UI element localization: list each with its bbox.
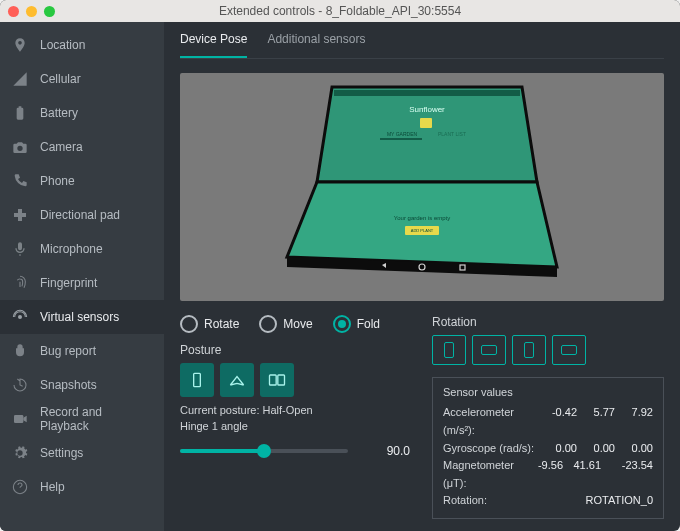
sidebar-item-label: Directional pad — [40, 208, 120, 222]
sensor-value: -0.42 — [539, 404, 577, 422]
posture-closed-button[interactable] — [180, 363, 214, 397]
sensor-row-gyroscope: Gyroscope (rad/s): 0.00 0.00 0.00 — [443, 440, 653, 458]
phone-icon — [12, 173, 28, 189]
tabs: Device Pose Additional sensors — [180, 22, 664, 59]
posture-open-button[interactable] — [260, 363, 294, 397]
svg-rect-14 — [194, 374, 201, 387]
radio-icon — [180, 315, 198, 333]
body: Location Cellular Battery Camera Phone D… — [0, 22, 680, 531]
preview-empty-text: Your garden is empty — [394, 215, 450, 221]
radio-icon — [259, 315, 277, 333]
posture-half-open-icon — [227, 370, 247, 390]
sensor-label: Gyroscope (rad/s): — [443, 440, 539, 458]
rotation-landscape-reverse-button[interactable] — [552, 335, 586, 365]
sidebar-item-location[interactable]: Location — [0, 28, 164, 62]
sidebar-item-phone[interactable]: Phone — [0, 164, 164, 198]
sidebar-item-label: Record and Playback — [40, 405, 152, 433]
preview-tab-a: MY GARDEN — [387, 131, 418, 137]
record-icon — [12, 411, 28, 427]
current-posture-text: Current posture: Half-Open Hinge 1 angle — [180, 403, 410, 434]
sidebar-item-settings[interactable]: Settings — [0, 436, 164, 470]
hinge-angle-value: 90.0 — [358, 444, 410, 458]
sensor-value: 7.92 — [615, 404, 653, 422]
sidebar-item-record-and-playback[interactable]: Record and Playback — [0, 402, 164, 436]
sensor-value: 41.61 — [563, 457, 601, 475]
sidebar-item-help[interactable]: Help — [0, 470, 164, 504]
sensor-value: -9.56 — [525, 457, 563, 475]
device-preview[interactable]: Sunflower MY GARDEN PLANT LIST Your ga — [180, 73, 664, 301]
mode-fold[interactable]: Fold — [333, 315, 380, 333]
rotation-label: Rotation — [432, 315, 664, 329]
sidebar-item-label: Fingerprint — [40, 276, 97, 290]
sensor-value: 0.00 — [539, 440, 577, 458]
posture-open-icon — [267, 370, 287, 390]
svg-marker-4 — [334, 90, 520, 96]
posture-half-open-button[interactable] — [220, 363, 254, 397]
svg-rect-5 — [420, 118, 432, 128]
radio-icon — [333, 315, 351, 333]
bug-icon — [12, 343, 28, 359]
posture-closed-icon — [187, 370, 207, 390]
rotation-portrait-button[interactable] — [432, 335, 466, 365]
sidebar-item-label: Virtual sensors — [40, 310, 119, 324]
rotation-portrait-reverse-button[interactable] — [512, 335, 546, 365]
sidebar-item-camera[interactable]: Camera — [0, 130, 164, 164]
sidebar-item-label: Settings — [40, 446, 83, 460]
sidebar-item-bug-report[interactable]: Bug report — [0, 334, 164, 368]
hinge-angle-slider[interactable] — [180, 449, 348, 453]
titlebar: Extended controls - 8_Foldable_API_30:55… — [0, 0, 680, 22]
sidebar-item-label: Bug report — [40, 344, 96, 358]
svg-marker-3 — [317, 87, 537, 182]
hinge-label: Hinge 1 angle — [180, 420, 248, 432]
camera-icon — [12, 139, 28, 155]
posture-buttons — [180, 363, 410, 397]
sidebar-item-label: Location — [40, 38, 85, 52]
sensor-value: 0.00 — [577, 440, 615, 458]
svg-rect-15 — [270, 375, 277, 385]
pose-controls: Rotate Move Fold Posture — [180, 315, 410, 458]
sidebar-item-label: Snapshots — [40, 378, 97, 392]
sidebar-item-label: Camera — [40, 140, 83, 154]
sidebar-item-label: Help — [40, 480, 65, 494]
mode-selector: Rotate Move Fold — [180, 315, 410, 333]
sidebar-item-battery[interactable]: Battery — [0, 96, 164, 130]
sidebar-item-microphone[interactable]: Microphone — [0, 232, 164, 266]
mode-label: Fold — [357, 317, 380, 331]
sidebar-item-label: Phone — [40, 174, 75, 188]
sensor-row-magnetometer: Magnetometer (μT): -9.56 41.61 -23.54 — [443, 457, 653, 492]
mode-rotate[interactable]: Rotate — [180, 315, 239, 333]
sensor-label: Accelerometer (m/s²): — [443, 404, 539, 439]
svg-point-0 — [18, 315, 22, 319]
main-panel: Device Pose Additional sensors Sunflower… — [164, 22, 680, 531]
mode-label: Rotate — [204, 317, 239, 331]
rotation-and-sensors: Rotation Sensor values Accelerometer (m/… — [432, 315, 664, 519]
portrait-icon — [444, 342, 454, 358]
mode-move[interactable]: Move — [259, 315, 312, 333]
fingerprint-icon — [12, 275, 28, 291]
history-icon — [12, 377, 28, 393]
sidebar-item-fingerprint[interactable]: Fingerprint — [0, 266, 164, 300]
hinge-slider-row: 90.0 — [180, 444, 410, 458]
sensor-values-title: Sensor values — [443, 386, 653, 398]
sensor-value: ROTATION_0 — [586, 492, 653, 510]
sidebar-item-cellular[interactable]: Cellular — [0, 62, 164, 96]
microphone-icon — [12, 241, 28, 257]
sidebar-item-virtual-sensors[interactable]: Virtual sensors — [0, 300, 164, 334]
sidebar-item-snapshots[interactable]: Snapshots — [0, 368, 164, 402]
landscape-icon — [561, 345, 577, 355]
sensor-value: 5.77 — [577, 404, 615, 422]
signal-icon — [12, 71, 28, 87]
tab-device-pose[interactable]: Device Pose — [180, 22, 247, 58]
sidebar-item-directional-pad[interactable]: Directional pad — [0, 198, 164, 232]
sensor-values-box: Sensor values Accelerometer (m/s²): -0.4… — [432, 377, 664, 519]
tab-additional-sensors[interactable]: Additional sensors — [267, 22, 365, 58]
rotation-landscape-button[interactable] — [472, 335, 506, 365]
sensor-label: Magnetometer (μT): — [443, 457, 525, 492]
svg-rect-1 — [14, 415, 23, 423]
svg-marker-8 — [287, 182, 557, 267]
preview-tab-b: PLANT LIST — [438, 131, 466, 137]
sidebar-item-label: Battery — [40, 106, 78, 120]
location-pin-icon — [12, 37, 28, 53]
sensor-row-accelerometer: Accelerometer (m/s²): -0.42 5.77 7.92 — [443, 404, 653, 439]
gear-icon — [12, 445, 28, 461]
